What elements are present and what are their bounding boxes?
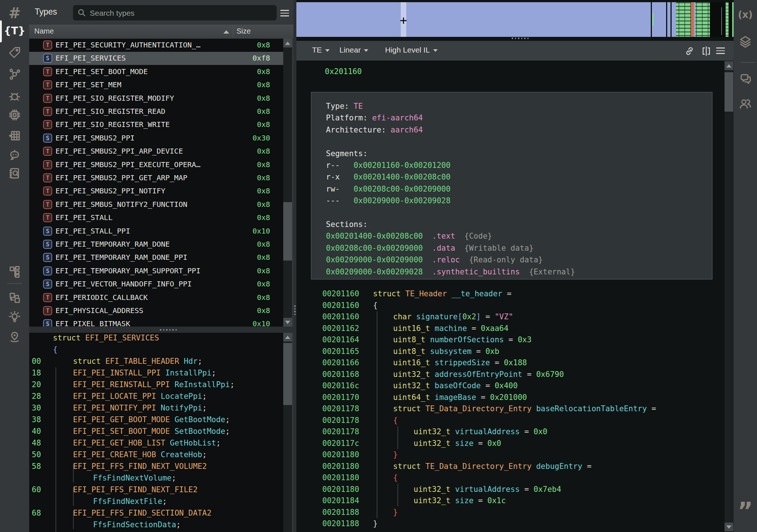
type-row[interactable]: SEFI_PEI_SERVICES0xf8 <box>29 52 283 65</box>
sidebar-item-layers-icon[interactable] <box>734 34 757 50</box>
type-row[interactable]: TEFI_PEI_SET_BOOT_MODE0x8 <box>29 65 283 78</box>
struct-definition-line[interactable]: 50EFI_PEI_CREATE_HOB CreateHob; <box>29 449 283 460</box>
view-menu-icon[interactable] <box>716 46 727 57</box>
linear-view[interactable]: 0x201160 Type: TEPlatform: efi-aarch64Ar… <box>296 61 734 532</box>
listing-line[interactable]: 00201178{ <box>296 415 734 427</box>
type-row[interactable]: TEFI_PEI_SMBUS2_PPI_GET_ARP_MAP0x8 <box>29 171 283 185</box>
type-row[interactable]: TEFI_PEI_SMBUS_NOTIFY2_FUNCTION0x8 <box>29 198 283 211</box>
struct-definition-line[interactable]: 58EFI_PEI_FFS_FIND_NEXT_VOLUME2 <box>29 460 283 472</box>
sidebar-item-quotes-icon[interactable]: ” <box>734 503 757 519</box>
view-type-dropdown[interactable]: Linear <box>339 46 368 54</box>
listing-line[interactable]: 00201180uint32_t virtualAddress = 0x7eb4 <box>296 484 734 496</box>
scroll-down-button[interactable] <box>725 523 733 531</box>
struct-definition-line[interactable]: 28EFI_PEI_LOCATE_PPI LocatePpi; <box>29 390 283 402</box>
sidebar-item-variables-icon[interactable]: (x) <box>734 7 757 23</box>
struct-definition-line[interactable]: 60EFI_PEI_FFS_FIND_NEXT_FILE2 <box>29 484 283 496</box>
struct-definition-pane[interactable]: struct EFI_PEI_SERVICES{00struct EFI_TAB… <box>29 333 283 532</box>
type-row[interactable]: SEFI_PEI_VECTOR_HANDOFF_INFO_PPI0x8 <box>29 278 283 291</box>
sidebar-item-graph-icon[interactable] <box>0 66 29 82</box>
struct-definition-line[interactable]: struct EFI_PEI_SERVICES <box>29 333 283 344</box>
type-row[interactable]: SEFI_PEI_TEMPORARY_RAM_SUPPORT_PPI0x8 <box>29 265 283 278</box>
sidebar-item-bot-icon[interactable] <box>0 147 29 163</box>
type-row[interactable]: TEFI_PEI_SECURITY_AUTHENTICATION_…0x8 <box>29 39 283 52</box>
type-row[interactable]: TEFI_PEI_SMBUS2_PPI_NOTIFY0x8 <box>29 185 283 198</box>
split-view-icon[interactable] <box>701 46 712 57</box>
struct-definition-line[interactable]: 48EFI_PEI_GET_HOB_LIST GetHobList; <box>29 437 283 449</box>
main-view-scrollbar[interactable] <box>725 61 734 532</box>
listing-line[interactable]: 00201160char signature[0x2] = "VZ" <box>296 311 734 323</box>
type-row[interactable]: TEFI_PEI_SMBUS2_PPI_ARP_DEVICE0x8 <box>29 145 283 158</box>
sidebar-item-notebook-search-icon[interactable] <box>0 165 29 181</box>
struct-definition-line[interactable]: 40EFI_PEI_SET_BOOT_MODE SetBootMode; <box>29 425 283 437</box>
il-level-dropdown[interactable]: High Level IL <box>385 46 438 54</box>
column-header-size[interactable]: Size <box>237 27 251 35</box>
type-row[interactable]: TEFI_PEI_STALL0x8 <box>29 211 283 224</box>
listing-line[interactable]: 00201180{ <box>296 472 734 484</box>
struct-definition-line[interactable]: 70EFI_PEI_INSTALL_PEI_MEMORY <box>29 531 283 532</box>
struct-definition-line[interactable]: 18EFI_PEI_INSTALL_PPI InstallPpi; <box>29 367 283 379</box>
listing-line[interactable]: 00201178uint32_t virtualAddress = 0x0 <box>296 426 734 438</box>
listing-line[interactable]: 00201166uint16_t strippedSize = 0x188 <box>296 357 734 369</box>
listing-line[interactable]: 00201188} <box>296 518 734 530</box>
sidebar-item-types-icon[interactable]: {T} <box>0 23 29 39</box>
listing-line[interactable]: 00201170uint64_t imageBase = 0x201000 <box>296 392 734 404</box>
listing-line[interactable]: 00201188} <box>296 507 734 518</box>
listing-line[interactable]: 00201184uint32_t size = 0x1c <box>296 495 734 507</box>
struct-definition-line[interactable]: 00struct EFI_TABLE_HEADER Hdr; <box>29 355 283 367</box>
scroll-up-button[interactable] <box>283 333 292 342</box>
feature-map[interactable] <box>296 2 734 37</box>
type-row[interactable]: SEFI_PEI_STALL_PPI0x10 <box>29 225 283 238</box>
type-row[interactable]: TEFI_PEI_SIO_REGISTER_READ0x8 <box>29 105 283 118</box>
type-row[interactable]: TEFI_PEI_SIO_REGISTER_WRITE0x8 <box>29 118 283 131</box>
sidebar-item-table-icon[interactable] <box>0 128 29 144</box>
column-header-name[interactable]: Name <box>34 27 54 35</box>
listing-line[interactable]: 00201160{ <box>296 300 734 312</box>
sidebar-item-chip-icon[interactable] <box>0 107 29 123</box>
types-table-header[interactable]: Name Size <box>29 24 293 39</box>
struct-definition-line[interactable]: FfsFindNextVolume; <box>29 472 283 484</box>
scrollbar-thumb[interactable] <box>283 343 292 405</box>
search-box[interactable] <box>73 5 277 20</box>
type-row[interactable]: SEFI_PEI_TEMPORARY_RAM_DONE_PPI0x8 <box>29 251 283 264</box>
listing-line[interactable]: 00201160struct TE_Header __te_header = <box>296 288 734 300</box>
feature-map-splitter[interactable] <box>512 38 529 39</box>
struct-definition-line[interactable]: 30EFI_PEI_NOTIFY_PPI NotifyPpi; <box>29 402 283 414</box>
sidebar-item-chat-icon[interactable] <box>734 71 757 87</box>
struct-definition-line[interactable]: 20EFI_PEI_REINSTALL_PPI ReInstallPpi; <box>29 379 283 390</box>
sidebar-item-swap-icon[interactable] <box>0 290 29 306</box>
panel-menu-icon[interactable] <box>280 8 289 20</box>
format-selector-dropdown[interactable]: TE <box>312 46 330 54</box>
struct-definition-line[interactable]: FfsFindNextFile; <box>29 496 283 507</box>
sidebar-item-tag-icon[interactable] <box>0 45 29 61</box>
struct-pane-scrollbar[interactable] <box>283 333 292 532</box>
sidebar-item-pin-icon[interactable] <box>0 329 29 345</box>
sidebar-item-hierarchy-icon[interactable] <box>0 263 29 280</box>
sidebar-item-users-icon[interactable] <box>734 96 757 112</box>
listing-line[interactable]: 00201180struct TE_Data_Directory_Entry d… <box>296 461 734 473</box>
sidebar-item-bulb-icon[interactable] <box>0 309 29 325</box>
sidebar-item-hash-icon[interactable]: # <box>0 5 29 21</box>
listing-line[interactable]: 0020117cuint32_t size = 0x0 <box>296 438 734 450</box>
listing-line[interactable]: 00201162uint16_t machine = 0xaa64 <box>296 323 734 335</box>
type-row[interactable]: SEFI_PIXEL_BITMASK0x10 <box>29 317 283 327</box>
listing-line[interactable]: 00201164uint8_t numberOfSections = 0x3 <box>296 334 734 346</box>
listing-line[interactable]: 00201180} <box>296 449 734 461</box>
type-row[interactable]: SEFI_PEI_TEMPORARY_RAM_DONE0x8 <box>29 238 283 251</box>
type-row[interactable]: TEFI_PEI_SIO_REGISTER_MODIFY0x8 <box>29 92 283 105</box>
struct-definition-line[interactable]: FfsFindSectionData; <box>29 519 283 531</box>
struct-definition-line[interactable]: { <box>29 344 283 355</box>
type-row[interactable]: TEFI_PERIODIC_CALLBACK0x8 <box>29 291 283 304</box>
type-row[interactable]: TEFI_PEI_SMBUS2_PPI_EXECUTE_OPERA…0x8 <box>29 158 283 171</box>
vertical-splitter[interactable] <box>293 0 296 532</box>
listing-line[interactable]: 00201178struct TE_Data_Directory_Entry b… <box>296 403 734 415</box>
listing-line[interactable]: 0020116cuint32_t baseOfCode = 0x400 <box>296 380 734 392</box>
horizontal-splitter[interactable] <box>29 327 293 333</box>
types-scrollbar[interactable] <box>283 39 292 327</box>
scrollbar-thumb[interactable] <box>283 202 292 261</box>
listing-line[interactable]: 00201165uint8_t subsystem = 0xb <box>296 346 734 358</box>
column-divider[interactable] <box>233 26 233 38</box>
scrollbar-thumb[interactable] <box>725 72 733 112</box>
search-input[interactable] <box>89 5 273 21</box>
scroll-down-button[interactable] <box>283 318 292 327</box>
struct-definition-line[interactable]: 38EFI_PEI_GET_BOOT_MODE GetBootMode; <box>29 414 283 425</box>
